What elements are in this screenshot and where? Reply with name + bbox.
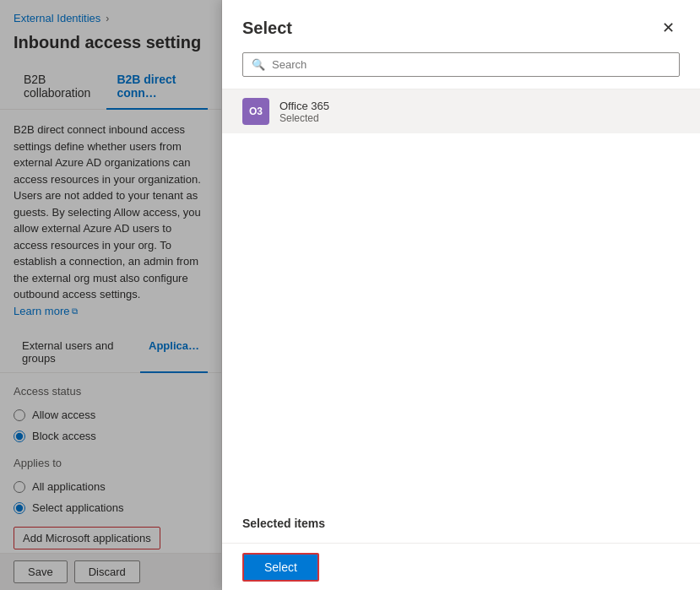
modal-header: Select ✕ — [222, 0, 700, 52]
search-icon: 🔍 — [252, 58, 265, 71]
modal-title: Select — [242, 19, 292, 38]
result-info: Office 365 Selected — [279, 100, 329, 124]
modal-select-button[interactable]: Select — [242, 553, 319, 582]
result-selected-sub: Selected — [279, 112, 329, 124]
result-name: Office 365 — [279, 100, 329, 112]
search-box: 🔍 — [242, 52, 680, 77]
selected-items-title: Selected items — [242, 517, 680, 530]
spacer — [222, 133, 700, 500]
office365-icon: O3 — [242, 98, 269, 125]
result-item-office365[interactable]: O3 Office 365 Selected — [222, 89, 700, 133]
modal-close-button[interactable]: ✕ — [657, 17, 680, 39]
search-box-wrap: 🔍 — [222, 52, 700, 89]
select-modal: Select ✕ 🔍 O3 Office 365 Selected Select… — [222, 0, 700, 590]
search-input[interactable] — [272, 58, 670, 71]
search-results-list: O3 Office 365 Selected — [222, 89, 700, 133]
modal-footer: Select — [222, 543, 700, 590]
